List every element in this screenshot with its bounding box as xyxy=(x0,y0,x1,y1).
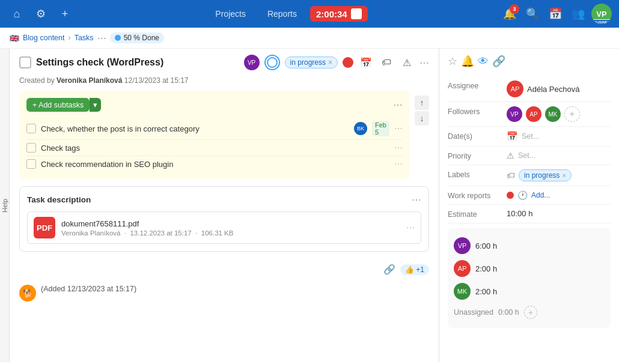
priority-row: Priority ⚠ Set... xyxy=(448,147,611,165)
created-at: 12/13/2023 at 15:17 xyxy=(124,76,189,85)
time-entry-avatar-2[interactable]: AP xyxy=(454,260,471,277)
link-copy-icon[interactable]: 🔗 xyxy=(492,55,505,68)
main-layout: Help Settings check (WordPress) VP in pr… xyxy=(0,49,619,362)
label-remove-icon[interactable]: × xyxy=(562,172,566,179)
dates-set-placeholder[interactable]: Set... xyxy=(522,132,539,141)
subtask-more-1[interactable]: ⋯ xyxy=(394,124,403,133)
calendar-task-icon[interactable]: 📅 xyxy=(358,55,374,70)
assignee-value: AP Adéla Pechová xyxy=(507,80,611,97)
alert-icon[interactable]: ⚠ xyxy=(399,55,415,70)
like-button[interactable]: 👍 +1 xyxy=(400,264,429,275)
subtasks-more-menu[interactable]: ⋯ xyxy=(393,99,403,111)
calendar-icon[interactable]: 📅 xyxy=(546,4,565,23)
dates-row: Date(s) 📅 Set... xyxy=(448,127,611,147)
bell-icon[interactable]: 🔔 xyxy=(461,55,474,68)
labels-value: 🏷 in progress × xyxy=(507,169,611,181)
subtask-text-2: Check tags xyxy=(41,144,389,153)
assignee-label: Assignee xyxy=(448,80,502,90)
reports-nav[interactable]: Reports xyxy=(259,5,305,22)
people-icon[interactable]: 👥 xyxy=(569,4,588,23)
star-icon[interactable]: ☆ xyxy=(448,55,457,68)
scroll-down-button[interactable]: ↓ xyxy=(415,111,429,126)
add-subtask-label: + Add subtasks xyxy=(32,101,84,109)
blog-content-link[interactable]: Blog content xyxy=(23,34,65,42)
comment-row: 🐕 (Added 12/13/2023 at 15:17) xyxy=(19,280,429,306)
search-icon[interactable]: 🔍 xyxy=(523,4,542,23)
priority-value: ⚠ Set... xyxy=(507,151,611,160)
notifications-button[interactable]: 🔔 3 xyxy=(500,4,519,23)
labels-label: Labels xyxy=(448,169,502,179)
user-avatar[interactable]: VP BUSINESS xyxy=(591,4,612,24)
time-entry-avatar-1[interactable]: VP xyxy=(454,237,471,254)
link-icon[interactable]: 🔗 xyxy=(383,264,395,275)
task-toolbar: 📅 🏷 ⚠ ⋯ xyxy=(343,55,429,70)
breadcrumb: 🇬🇧 Blog content › Tasks ⋯ 50 % Done xyxy=(0,28,619,49)
subtask-more-2[interactable]: ⋯ xyxy=(394,143,403,153)
record-button[interactable] xyxy=(343,57,353,68)
description-more-menu[interactable]: ⋯ xyxy=(412,194,421,205)
task-title: Settings check (WordPress) xyxy=(36,57,239,68)
task-assignee-avatar[interactable]: VP xyxy=(244,55,260,70)
add-follower-button[interactable]: + xyxy=(564,106,580,122)
subtask-date-1: Feb5 xyxy=(372,121,389,136)
attachment-more-menu[interactable]: ⋯ xyxy=(406,223,415,232)
creator-name: Veronika Planíková xyxy=(56,76,122,85)
task-description-section: Task description ⋯ PDF dokument7658111.p… xyxy=(19,186,429,252)
help-tab[interactable]: Help xyxy=(0,49,10,362)
attachment-date: 13.12.2023 at 15:17 xyxy=(130,229,191,237)
add-subtask-caret[interactable]: ▾ xyxy=(90,98,101,112)
help-label: Help xyxy=(1,199,8,213)
work-reports-value: 🕐 Add... xyxy=(507,190,611,200)
priority-label: Priority xyxy=(448,151,502,160)
subtasks-section: + Add subtasks ▾ ⋯ Check, whether the po… xyxy=(19,91,410,179)
follower-avatar-1[interactable]: VP xyxy=(507,106,522,122)
timer-stop-button[interactable] xyxy=(351,8,362,19)
subtask-checkbox-2[interactable] xyxy=(26,143,36,153)
top-navigation: ⌂ ⚙ + Projects Reports 2:00:34 🔔 3 🔍 📅 👥… xyxy=(0,0,619,28)
attachment-meta: Veronika Planíková · 13.12.2023 at 15:17… xyxy=(61,229,400,237)
work-reports-row: Work reports 🕐 Add... xyxy=(448,186,611,205)
work-reports-add[interactable]: Add... xyxy=(531,191,550,199)
subtask-checkbox-1[interactable] xyxy=(26,124,36,133)
task-complete-checkbox[interactable] xyxy=(19,56,31,68)
task-panel: Settings check (WordPress) VP in progres… xyxy=(10,49,439,362)
status-badge[interactable]: in progress × xyxy=(285,56,338,68)
breadcrumb-more[interactable]: ⋯ xyxy=(97,32,106,43)
add-subtask-button[interactable]: + Add subtasks xyxy=(26,98,90,112)
subtask-checkbox-3[interactable] xyxy=(26,159,36,169)
eye-icon[interactable]: 👁 xyxy=(478,55,489,68)
label-text: in progress xyxy=(524,171,560,180)
settings-icon[interactable]: ⚙ xyxy=(31,4,50,23)
time-entry-avatar-3[interactable]: MK xyxy=(454,283,471,300)
scroll-up-button[interactable]: ↑ xyxy=(415,96,429,110)
follower-avatar-3[interactable]: MK xyxy=(545,106,561,122)
dates-label: Date(s) xyxy=(448,131,502,141)
progress-dot xyxy=(115,35,121,41)
estimate-value: 10:00 h xyxy=(507,209,611,218)
tags-icon[interactable]: 🏷 xyxy=(379,55,394,70)
subtask-more-3[interactable]: ⋯ xyxy=(394,159,403,169)
home-icon[interactable]: ⌂ xyxy=(7,4,26,23)
priority-set-placeholder[interactable]: Set... xyxy=(518,151,535,160)
status-remove-icon[interactable]: × xyxy=(328,58,332,67)
time-entry-2: AP 2:00 h xyxy=(454,257,605,280)
tasks-link[interactable]: Tasks xyxy=(75,34,94,42)
subtask-assignee-1[interactable]: BK xyxy=(354,122,367,135)
timer-block[interactable]: 2:00:34 xyxy=(310,6,368,22)
follower-avatar-2[interactable]: AP xyxy=(526,106,541,122)
add-icon[interactable]: + xyxy=(55,4,75,23)
navigation-arrows: ↑ ↓ xyxy=(415,91,429,130)
task-more-menu[interactable]: ⋯ xyxy=(419,57,429,68)
subtask-item: Check tags ⋯ xyxy=(26,140,403,156)
followers-label: Followers xyxy=(448,106,502,116)
assignee-avatar[interactable]: AP xyxy=(507,80,523,97)
projects-nav[interactable]: Projects xyxy=(207,5,254,22)
add-person-button[interactable]: + xyxy=(524,306,537,319)
label-badge[interactable]: in progress × xyxy=(519,169,572,181)
like-count: +1 xyxy=(416,265,424,274)
unassigned-label: Unassigned xyxy=(454,308,493,317)
attachment-author: Veronika Planíková xyxy=(61,229,120,237)
time-entry-3: MK 2:00 h xyxy=(454,280,605,303)
attachment-row: PDF dokument7658111.pdf Veronika Planíko… xyxy=(27,211,421,244)
comment-text: (Added 12/13/2023 at 15:17) xyxy=(41,285,136,293)
